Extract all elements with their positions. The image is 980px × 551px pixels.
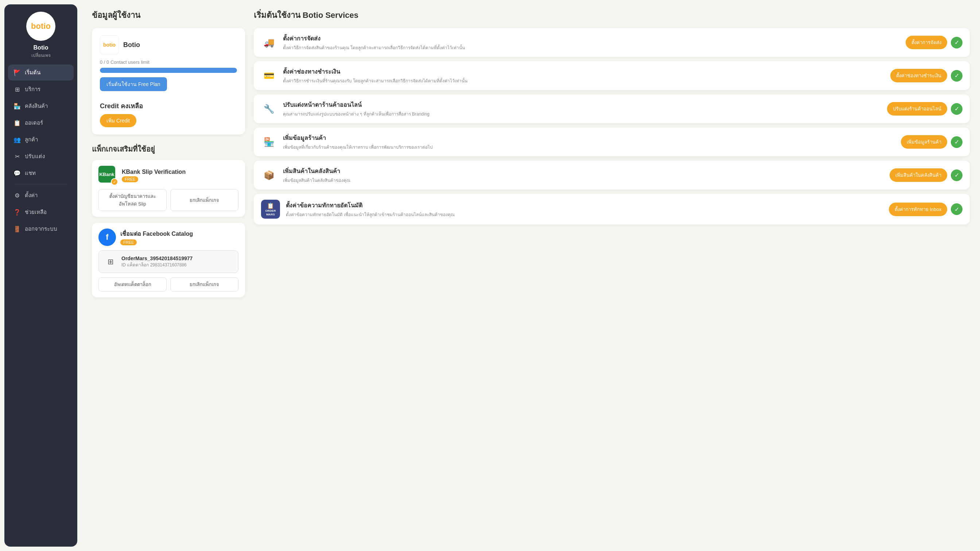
order-mars-text: ORDERMARS <box>266 209 276 216</box>
fb-update-btn[interactable]: อัพเดทแค็ตตาล็อก <box>99 277 167 292</box>
contact-limit: 0 / 0 Contact users limit <box>100 59 237 65</box>
sidebar-item-chat[interactable]: 💬 แชท <box>8 165 74 181</box>
packages-title: แพ็กเกจเสริมที่ใช้อยู่ <box>92 143 245 155</box>
fb-actions: อัพเดทแค็ตตาล็อก ยกเลิกแพ็กเกจ <box>99 277 239 292</box>
credit-label: Credit คงเหลือ <box>100 100 237 111</box>
kbank-cancel-btn[interactable]: ยกเลิกแพ็กเกจ <box>170 189 239 211</box>
nav-label-customers: ลูกค้า <box>25 135 38 144</box>
sidebar-item-settings[interactable]: ⚙ ตั้งค่า <box>8 187 74 203</box>
progress-bar-fill <box>100 68 237 73</box>
order-mars-badge: 📋 ORDERMARS <box>261 200 280 219</box>
inventory-desc: เพิ่มข้อมูลสินค้าในคลังสินค้าของคุณ <box>283 177 884 184</box>
user-card-header: botio Botio <box>100 35 237 54</box>
catalog-info: OrderMars_395420184519977 ID แค็ตตาล็อก … <box>121 256 192 268</box>
service-row-inventory: 📦 เพิ่มสินค้าในคลังสินค้า เพิ่มข้อมูลสิน… <box>254 161 970 189</box>
store-info-btn[interactable]: เพิ่มข้อมูลร้านค้า <box>901 135 947 149</box>
kbank-name: KBank Slip Verification <box>122 169 239 175</box>
store-info-info: เพิ่มข้อมูลร้านค้า เพิ่มข้อมูลที่เกี่ยวก… <box>283 133 895 151</box>
payment-desc: ตั้งค่าวิธีการชำระเงินที่ร้านคุณรองรับ โ… <box>283 78 885 84</box>
fb-package-header: f เชื่อมต่อ Facebook Catalog FREE <box>99 229 239 246</box>
scissors-icon: ✂ <box>13 152 21 160</box>
inventory-title: เพิ่มสินค้าในคลังสินค้า <box>283 167 884 176</box>
catalog-name: OrderMars_395420184519977 <box>121 256 192 261</box>
sidebar-item-products[interactable]: 🏪 คลังสินค้า <box>8 98 74 114</box>
store-info-check: ✓ <box>951 136 963 148</box>
nav-label-customize: ปรับแต่ง <box>25 152 45 161</box>
sidebar-item-customers[interactable]: 👥 ลูกค้า <box>8 132 74 148</box>
inventory-btn[interactable]: เพิ่มสินค้าในคลังสินค้า <box>889 168 947 182</box>
sidebar-item-start[interactable]: 🚩 เริ่มต้น <box>8 65 74 81</box>
services-title: เริ่มต้นใช้งาน Botio Services <box>254 9 970 22</box>
storefront-btn[interactable]: ปรับแต่งร้านค้าออนไลน์ <box>887 102 947 116</box>
sidebar-item-customize[interactable]: ✂ ปรับแต่ง <box>8 148 74 164</box>
auto-reply-title: ตั้งค่าข้อความทักทายอัตโนมัติ <box>286 201 883 210</box>
service-row-auto-reply: 📋 ORDERMARS ตั้งค่าข้อความทักทายอัตโนมัต… <box>254 194 970 224</box>
sidebar-item-help[interactable]: ❓ ช่วยเหลือ <box>8 204 74 220</box>
inventory-icon: 📦 <box>261 167 277 183</box>
sidebar-item-logout[interactable]: 🚪 ออกจากระบบ <box>8 221 74 237</box>
kbank-logo-wrap: KBank ✓ <box>99 166 118 185</box>
auto-reply-desc: ตั้งค่าข้อความทักทายอัตโนมัติ เพื่อแนะนำ… <box>286 211 883 218</box>
orders-icon: 📋 <box>13 119 21 127</box>
sidebar-item-services[interactable]: ⊞ บริการ <box>8 81 74 97</box>
kbank-logo-text: KBank <box>99 171 114 177</box>
shop-name: Botio <box>123 41 140 49</box>
storefront-icon: 🔧 <box>261 101 277 117</box>
nav-divider <box>14 184 67 184</box>
logo-accent: io <box>43 22 51 30</box>
user-card-logo: botio <box>100 35 119 54</box>
nav-label-logout: ออกจากระบบ <box>25 224 57 233</box>
logo-text: botio <box>31 22 51 31</box>
fb-name: เชื่อมต่อ Facebook Catalog <box>120 229 239 238</box>
nav-label-orders: ออเดอร์ <box>25 118 43 127</box>
kbank-actions: ตั้งค่าบัญชีธนาคารและอัพโหลด Slip ยกเลิก… <box>99 189 239 211</box>
shipping-title: ตั้งค่าการจัดส่ง <box>283 34 900 43</box>
fb-badge: FREE <box>120 240 137 245</box>
mini-logo-accent: io <box>111 42 116 48</box>
kbank-badge: FREE <box>122 176 138 182</box>
payment-title: ตั้งค่าช่องทางชำระเงิน <box>283 67 885 76</box>
kbank-setup-btn[interactable]: ตั้งค่าบัญชีธนาคารและอัพโหลด Slip <box>99 189 167 211</box>
auto-reply-info: ตั้งค่าข้อความทักทายอัตโนมัติ ตั้งค่าข้อ… <box>286 201 883 218</box>
fb-cancel-btn[interactable]: ยกเลิกแพ็กเกจ <box>170 277 239 292</box>
catalog-grid-icon: ⊞ <box>104 255 117 268</box>
btn-add-credit[interactable]: เพิ่ม Credit <box>100 114 136 127</box>
nav-label-chat: แชท <box>25 169 36 178</box>
nav-label-products: คลังสินค้า <box>25 102 48 110</box>
flag-icon: 🚩 <box>13 68 21 76</box>
storefront-desc: คุณสามารถปรับแต่งรูปแบบของหน้าต่าง ๆ ที่… <box>283 111 881 118</box>
order-mars-icon: 📋 <box>267 202 274 209</box>
customers-icon: 👥 <box>13 135 21 144</box>
nav-label-help: ช่วยเหลือ <box>25 208 47 216</box>
user-info-card: botio Botio 0 / 0 Contact users limit เร… <box>92 28 245 135</box>
storefront-info: ปรับแต่งหน้าตาร้านค้าออนไลน์ คุณสามารถปร… <box>283 100 881 118</box>
payment-actions: ตั้งค่าช่องทางชำระเงิน ✓ <box>890 69 963 83</box>
payment-check: ✓ <box>951 70 963 82</box>
shipping-actions: ตั้งค่าการจัดส่ง ✓ <box>905 36 963 49</box>
credit-section: Credit คงเหลือ เพิ่ม Credit <box>100 100 237 127</box>
sidebar-username: Botio <box>33 44 48 51</box>
auto-reply-btn[interactable]: ตั้งค่าการทักทาย Inbox <box>889 203 947 216</box>
service-row-payment: 💳 ตั้งค่าช่องทางชำระเงิน ตั้งค่าวิธีการช… <box>254 61 970 90</box>
logout-icon: 🚪 <box>13 225 21 233</box>
store-info-desc: เพิ่มข้อมูลที่เกี่ยวกับร้านค้าของคุณให้เ… <box>283 144 895 151</box>
nav-label-settings: ตั้งค่า <box>25 191 38 200</box>
shipping-check: ✓ <box>951 37 963 48</box>
service-row-store-info: 🏪 เพิ่มข้อมูลร้านค้า เพิ่มข้อมูลที่เกี่ย… <box>254 127 970 156</box>
fb-catalog-row: ⊞ OrderMars_395420184519977 ID แค็ตตาล็อ… <box>99 250 239 273</box>
right-panel: เริ่มต้นใช้งาน Botio Services 🚚 ตั้งค่าก… <box>254 9 970 542</box>
shipping-btn[interactable]: ตั้งค่าการจัดส่ง <box>905 36 947 49</box>
payment-icon: 💳 <box>261 68 277 84</box>
payment-info: ตั้งค่าช่องทางชำระเงิน ตั้งค่าวิธีการชำร… <box>283 67 885 84</box>
service-row-storefront: 🔧 ปรับแต่งหน้าตาร้านค้าออนไลน์ คุณสามารถ… <box>254 94 970 123</box>
fb-info: เชื่อมต่อ Facebook Catalog FREE <box>120 229 239 245</box>
inventory-info: เพิ่มสินค้าในคลังสินค้า เพิ่มข้อมูลสินค้… <box>283 167 884 184</box>
btn-free-plan[interactable]: เริ่มต้นใช้งาน Free Plan <box>100 77 167 91</box>
main-content: ข้อมูลผู้ใช้งาน botio Botio 0 / 0 Contac… <box>82 0 980 551</box>
sidebar-logo: botio <box>26 12 56 41</box>
sidebar-item-orders[interactable]: 📋 ออเดอร์ <box>8 115 74 131</box>
payment-btn[interactable]: ตั้งค่าช่องทางชำระเงิน <box>890 69 947 83</box>
sidebar-change-page[interactable]: เปลี่ยนเพจ <box>31 52 51 59</box>
store-info-actions: เพิ่มข้อมูลร้านค้า ✓ <box>901 135 963 149</box>
auto-reply-actions: ตั้งค่าการทักทาย Inbox ✓ <box>889 203 963 216</box>
